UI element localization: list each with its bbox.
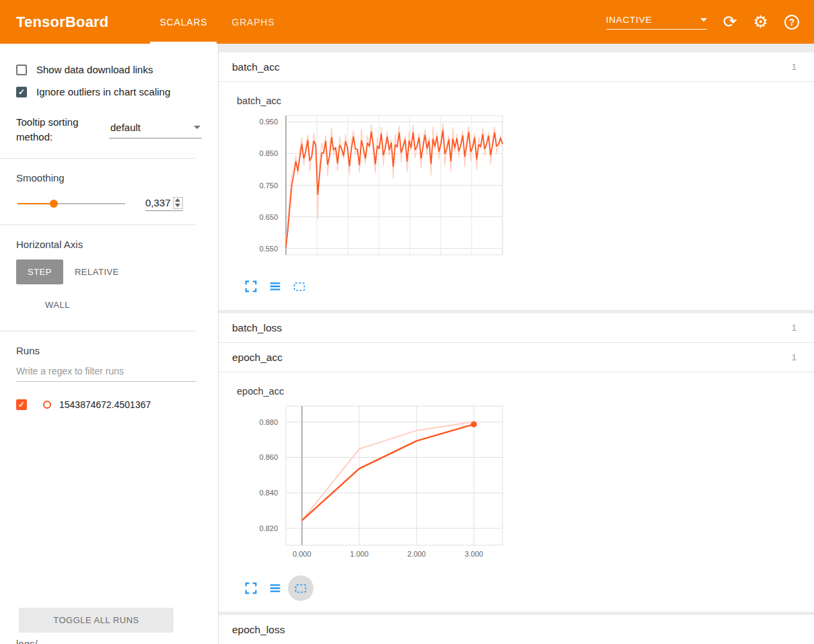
smoothing-row: 0,337 [16,197,202,211]
spinner-up-button[interactable] [174,198,182,203]
section-title: epoch_acc [232,352,283,364]
divider [0,331,195,331]
batch-acc-chart[interactable]: 0.5500.6500.7500.8500.950 [229,108,518,266]
fit-domain-icon[interactable] [293,581,308,596]
expand-icon[interactable] [244,581,258,596]
status-label: INACTIVE [606,15,653,25]
svg-text:0.750: 0.750 [259,182,278,190]
checkbox-label: Show data download links [36,64,153,75]
divider [0,225,195,225]
tooltip-sorting-value: default [110,122,141,133]
horizontal-axis-label: Horizontal Axis [16,239,202,250]
checkbox-checked-icon [16,87,27,97]
refresh-icon[interactable]: ⟳ [723,13,737,30]
tab-graphs[interactable]: GRAPHS [219,0,287,44]
svg-text:0.950: 0.950 [259,118,278,126]
section-title: batch_loss [232,322,282,334]
fit-icon-active-ripple [288,575,313,601]
section-count: 1 [792,323,797,333]
chart-card-epoch-acc: epoch_acc 0.8200.8400.8600.8800.0001.000… [219,372,814,612]
smoothing-input[interactable]: 0,337 [145,197,183,211]
tensorboard-app: TensorBoard SCALARS GRAPHS INACTIVE ⟳ ⚙ … [0,0,814,644]
chevron-down-icon [700,18,707,22]
chart-card-batch-acc: batch_acc 0.5500.6500.7500.8500.950 [219,82,814,310]
app-title: TensorBoard [16,13,108,31]
settings-icon[interactable]: ⚙ [753,13,768,30]
section-header-epoch-acc[interactable]: epoch_acc 1 [219,343,814,372]
axis-wall-button[interactable]: WALL [34,292,81,317]
triangle-down-icon [175,204,180,207]
spinner-down-button[interactable] [174,203,182,208]
runs-label: Runs [16,345,202,356]
tooltip-sorting-select[interactable]: default [109,119,202,138]
header-actions: INACTIVE ⟳ ⚙ ? [606,0,814,44]
epoch-acc-chart[interactable]: 0.8200.8400.8600.8800.0001.0002.0003.000 [229,398,518,567]
sidebar: Show data download links Ignore outliers… [0,44,219,644]
tooltip-sorting-label: Tooltip sorting method: [16,115,109,145]
show-download-links-checkbox[interactable]: Show data download links [16,64,202,75]
chart-title: epoch_acc [237,386,814,397]
status-dropdown[interactable]: INACTIVE [606,15,707,30]
help-icon[interactable]: ? [784,15,799,30]
smoothing-slider-thumb[interactable] [50,200,58,208]
svg-text:0.650: 0.650 [259,213,278,221]
section-title: epoch_loss [232,624,285,636]
svg-text:0.000: 0.000 [293,550,311,558]
section-title: batch_acc [232,61,280,73]
smoothing-label: Smoothing [16,172,202,184]
chart-toolbar [244,574,814,602]
section-header-batch-loss[interactable]: batch_loss 1 [219,313,814,343]
axis-step-button[interactable]: STEP [16,259,63,284]
smoothing-slider-fill [17,203,54,204]
scalars-dashboard: batch_acc 1 batch_acc 0.5500.6500.7500.8… [219,44,814,644]
checkbox-icon [16,65,27,75]
triangle-up-icon [175,198,180,202]
svg-text:0.550: 0.550 [259,245,278,253]
axis-relative-button[interactable]: RELATIVE [63,259,131,284]
tooltip-sorting-row: Tooltip sorting method: default [16,115,202,145]
run-color-swatch [43,401,51,409]
horizontal-axis-buttons: STEPRELATIVEWALL [16,259,171,317]
chevron-down-icon [194,126,200,129]
number-spinner [173,197,183,209]
chart-title: batch_acc [237,95,814,106]
toggle-all-runs-button[interactable]: TOGGLE ALL RUNS [19,608,174,633]
content-area: Show data download links Ignore outliers… [0,44,814,644]
section-header-epoch-loss[interactable]: epoch_loss [219,615,814,644]
run-group-label: logs/ [16,638,38,644]
app-header: TensorBoard SCALARS GRAPHS INACTIVE ⟳ ⚙ … [0,0,814,44]
section-header-batch-acc[interactable]: batch_acc 1 [219,52,814,82]
run-lines-icon[interactable] [268,581,283,596]
run-checkbox-icon[interactable] [16,399,27,410]
tab-scalars[interactable]: SCALARS [147,0,219,44]
run-name: 1543874672.4501367 [59,399,151,410]
expand-icon[interactable] [244,279,258,294]
svg-text:0.850: 0.850 [259,149,278,157]
svg-text:0.820: 0.820 [259,524,278,532]
fit-domain-icon[interactable] [292,279,307,294]
svg-text:0.860: 0.860 [259,453,278,461]
chart-toolbar [244,272,814,300]
svg-text:1.000: 1.000 [350,550,369,558]
ignore-outliers-checkbox[interactable]: Ignore outliers in chart scaling [16,86,202,97]
svg-text:0.840: 0.840 [259,489,278,497]
svg-text:3.000: 3.000 [465,550,484,558]
section-count: 1 [792,62,797,72]
runs-filter-input[interactable] [16,360,196,382]
smoothing-slider[interactable] [17,203,125,204]
svg-text:2.000: 2.000 [407,550,426,558]
section-count: 1 [792,352,797,362]
svg-text:0.880: 0.880 [259,418,278,426]
smoothing-value: 0,337 [145,197,173,208]
run-lines-icon[interactable] [268,279,283,294]
tab-bar: SCALARS GRAPHS [147,0,287,44]
divider [0,158,195,159]
checkbox-label: Ignore outliers in chart scaling [36,86,170,97]
run-row[interactable]: 1543874672.4501367 [16,399,202,410]
